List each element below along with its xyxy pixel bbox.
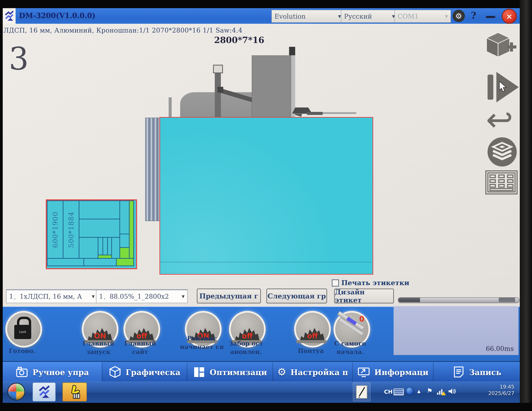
tray-blue-status-icon[interactable]	[406, 387, 414, 395]
preview-part	[111, 237, 120, 259]
close-button[interactable]: ×	[502, 9, 517, 24]
machine-carriage-base	[307, 112, 323, 115]
cutting-layout-preview[interactable]: 600*1900 500*1884	[46, 199, 137, 269]
return-back-icon[interactable]: ↩	[486, 105, 513, 134]
profile-select[interactable]: Evolution ▼	[271, 10, 344, 23]
tray-flag-icon[interactable]: ⚑	[427, 387, 433, 394]
monitor-photo: 600*1900 500*1884 ЛДСП, 16 мм, Алюминий,…	[0, 0, 532, 411]
ready-lock-button[interactable]: Lock	[5, 311, 42, 347]
camera-icon	[16, 365, 28, 378]
taskbar-app-tool-active[interactable]	[62, 383, 87, 402]
new-task-cube-icon[interactable]	[486, 31, 517, 66]
clock-time: 19:45	[472, 384, 514, 390]
preview-part	[79, 219, 120, 238]
board-stack	[145, 118, 161, 221]
nav-label: Графическа	[126, 367, 180, 376]
saw-pedestal	[296, 340, 326, 343]
help-button[interactable]: ?	[471, 10, 476, 21]
document-icon	[452, 365, 465, 378]
strip-dimensions: 2800*7*16	[190, 35, 288, 45]
preview-part	[79, 200, 120, 219]
design-label-button[interactable]: Дизайн этикет	[334, 289, 394, 304]
current-board-panel	[159, 117, 373, 275]
layout-select-value: 1、88.05%_1_2800x2	[99, 292, 169, 301]
monitor-bezel-right	[520, 0, 532, 411]
minimize-button[interactable]	[486, 16, 495, 18]
preview-part	[79, 237, 98, 259]
main-nav-bar: Ручное упра Графическа Оптимизаци ⚙ Наст…	[3, 361, 520, 382]
preview-part	[47, 258, 84, 266]
tray-notepad-button[interactable]	[353, 383, 370, 402]
lock-body: Lock	[14, 325, 31, 339]
monitor-icon	[357, 365, 370, 378]
chevron-down-icon: ▼	[338, 14, 341, 19]
preview-part: 500*1884	[63, 200, 79, 259]
horizontal-scrollbar[interactable]	[398, 297, 520, 303]
nav-record[interactable]: Запись	[434, 362, 520, 382]
language-select[interactable]: Русский ▼	[341, 10, 398, 23]
nav-information[interactable]: Информаци	[353, 362, 433, 382]
monitor-bezel-left	[0, 0, 3, 411]
next-group-button[interactable]: Следующая гр	[266, 289, 327, 304]
layout-select[interactable]: 1、88.05%_1_2800x2 ▼	[96, 289, 188, 303]
notepad-pen-icon	[356, 385, 367, 399]
nav-label: Информаци	[374, 367, 428, 376]
machine-mast-cap	[289, 47, 295, 55]
lock-text: Lock	[19, 330, 26, 334]
tray-network-icon[interactable]	[437, 389, 444, 395]
chevron-down-icon: ▼	[445, 14, 448, 19]
com-port-select[interactable]: COM1 ▼	[395, 10, 451, 23]
print-label-text: Печать этикетки	[341, 279, 409, 287]
network-bar	[437, 392, 438, 395]
preview-part	[103, 237, 108, 256]
taskbar-app-dm3200[interactable]	[33, 383, 56, 402]
nav-settings[interactable]: ⚙ Настройка п	[273, 362, 352, 382]
machine-column	[252, 55, 291, 117]
print-label-checkbox[interactable]	[332, 280, 339, 287]
machine-post-cap	[213, 65, 223, 73]
ready-label: Готово.	[0, 346, 44, 355]
job-material-info: ЛДСП, 16 мм, Алюминий, Кроношпан:1/1 207…	[3, 27, 242, 34]
scrollbar-thumb[interactable]	[398, 298, 420, 302]
previous-group-button[interactable]: Предыдущая г	[197, 289, 261, 304]
preview-part	[98, 237, 103, 256]
monitor-bezel-bottom	[0, 403, 532, 411]
nav-label: Запись	[469, 367, 501, 376]
preview-part	[119, 234, 130, 248]
nav-manual-control[interactable]: Ручное упра	[3, 362, 102, 382]
saw-state: off	[231, 332, 264, 340]
network-bar	[439, 391, 440, 395]
keyboard-icon[interactable]	[485, 170, 518, 196]
material-select[interactable]: 1、1хЛДСП, 16 мм, А ▼	[6, 289, 98, 303]
clock-date: 2025/6/27	[472, 390, 514, 397]
nav-label: Ручное упра	[33, 367, 89, 376]
start-button[interactable]	[7, 383, 25, 401]
scoring-label: Рейтинг начинает ся	[180, 334, 224, 351]
dm-logo-icon	[4, 10, 14, 22]
tray-show-hidden-icon[interactable]: ▲	[417, 389, 420, 394]
sheet-number: 3	[9, 43, 29, 75]
com-port-value: COM1	[398, 12, 418, 20]
pontua-button[interactable]: off	[294, 311, 331, 347]
gear-icon: ⚙	[277, 367, 286, 377]
cycle-time-panel: 66.00ms	[394, 306, 519, 355]
board-cut-line	[160, 262, 371, 262]
layers-icon[interactable]	[487, 137, 517, 167]
main-site-label: Главный сайт	[118, 339, 162, 356]
monitor-bezel-top	[0, 0, 532, 8]
close-icon: ×	[506, 12, 512, 21]
cycle-time-value: 66.00ms	[486, 345, 514, 352]
gear-icon: ⚙	[456, 12, 462, 20]
tray-clock[interactable]: 19:45 2025/6/27	[472, 384, 514, 397]
settings-gear-button[interactable]: ⚙	[453, 10, 465, 22]
saw-state: off	[296, 332, 329, 340]
nav-label: Настройка п	[290, 367, 348, 376]
tray-language-indicator[interactable]: CH	[384, 389, 392, 395]
nav-optimization[interactable]: Оптимизаци	[187, 362, 272, 382]
nav-graphics[interactable]: Графическа	[103, 362, 187, 382]
preview-offcut	[129, 200, 134, 259]
tray-speaker-icon[interactable]	[448, 388, 456, 396]
window-title: DM-3200(V1.0.0.0)	[19, 11, 95, 20]
tray-keyboard-icon[interactable]	[394, 389, 404, 395]
dm-logo-icon	[38, 385, 51, 399]
